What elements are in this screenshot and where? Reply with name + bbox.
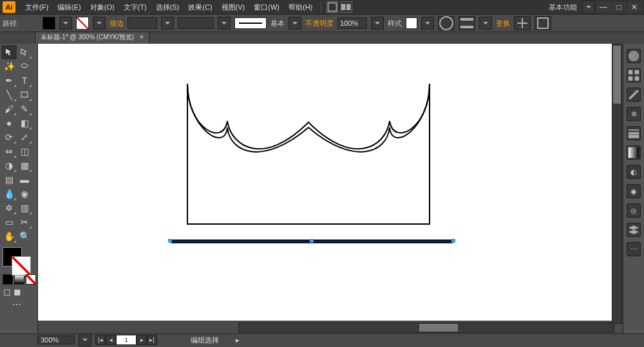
tab-close-icon[interactable]: × bbox=[140, 33, 144, 41]
status-dropdown-icon[interactable]: ▸ bbox=[236, 336, 240, 344]
panel-color-icon[interactable] bbox=[627, 49, 641, 63]
menu-object[interactable]: 对象(O) bbox=[86, 1, 119, 14]
style-swatch[interactable] bbox=[406, 17, 417, 29]
panel-symbols-icon[interactable]: ✲ bbox=[627, 107, 641, 121]
isolate-icon[interactable] bbox=[514, 16, 531, 30]
screen-mode-normal[interactable]: ◻ bbox=[3, 287, 12, 296]
screen-mode-full[interactable]: ◼ bbox=[13, 287, 22, 296]
window-minimize-button[interactable]: — bbox=[596, 2, 611, 12]
vertical-scrollbar[interactable] bbox=[612, 44, 622, 324]
arrange-icon[interactable] bbox=[341, 1, 352, 13]
slice-tool[interactable]: ✂ bbox=[17, 215, 32, 229]
free-transform-tool[interactable]: ◫ bbox=[17, 144, 32, 158]
brush-tool[interactable]: 🖌 bbox=[1, 102, 17, 116]
stroke-swatch[interactable] bbox=[76, 17, 89, 30]
window-maximize-button[interactable]: □ bbox=[612, 2, 626, 12]
stroke-color-icon[interactable] bbox=[12, 256, 31, 276]
rotate-tool[interactable]: ⟳ bbox=[1, 130, 17, 144]
panel-stroke-icon[interactable] bbox=[627, 126, 641, 140]
panel-appearance-icon[interactable]: ◉ bbox=[627, 184, 641, 198]
color-mode-none[interactable] bbox=[26, 274, 36, 285]
opacity-input[interactable]: 100% bbox=[337, 17, 367, 29]
brush-preview[interactable] bbox=[234, 17, 267, 29]
stroke-weight-dropdown-icon[interactable] bbox=[161, 17, 174, 30]
stroke-dropdown-icon[interactable] bbox=[93, 17, 106, 30]
stroke-label[interactable]: 描边 bbox=[109, 19, 124, 28]
artboard[interactable] bbox=[38, 44, 618, 321]
zoom-tool[interactable]: 🔍 bbox=[17, 229, 32, 243]
selection-tool[interactable] bbox=[1, 45, 17, 59]
fill-swatch[interactable] bbox=[43, 17, 55, 30]
blend-tool[interactable]: ◉ bbox=[17, 187, 32, 201]
zoom-dropdown-icon[interactable] bbox=[79, 333, 91, 346]
eraser-tool[interactable]: ◧ bbox=[17, 116, 32, 130]
transform-label[interactable]: 变换 bbox=[496, 19, 510, 28]
first-artboard-button[interactable]: |◂ bbox=[95, 335, 106, 345]
fill-dropdown-icon[interactable] bbox=[59, 17, 72, 30]
menu-effect[interactable]: 效果(C) bbox=[184, 1, 216, 14]
opacity-label[interactable]: 不透明度 bbox=[305, 19, 334, 28]
rectangle-tool[interactable] bbox=[17, 88, 32, 102]
artboard-number-input[interactable]: 1 bbox=[116, 335, 137, 345]
gradient-tool[interactable]: ▬ bbox=[17, 173, 32, 187]
panel-layers-icon[interactable] bbox=[627, 223, 641, 237]
profile-dropdown-icon[interactable] bbox=[218, 17, 231, 30]
menu-type[interactable]: 文字(T) bbox=[119, 1, 151, 14]
lasso-tool[interactable] bbox=[17, 59, 32, 73]
direct-selection-tool[interactable] bbox=[17, 45, 32, 59]
eyedropper-tool[interactable]: 💧 bbox=[1, 187, 17, 201]
panel-swatches-icon[interactable] bbox=[627, 68, 641, 82]
opacity-dropdown-icon[interactable] bbox=[371, 17, 384, 30]
prev-artboard-button[interactable]: ◂ bbox=[106, 335, 116, 345]
panel-graphic-styles-icon[interactable]: ◎ bbox=[627, 203, 641, 218]
width-tool[interactable]: ⇔ bbox=[1, 144, 17, 158]
menu-help[interactable]: 帮助(H) bbox=[284, 1, 317, 14]
recolor-icon[interactable] bbox=[438, 16, 455, 30]
canvas-area[interactable] bbox=[38, 44, 623, 334]
panel-brushes-icon[interactable] bbox=[627, 88, 641, 102]
align-dropdown-icon[interactable] bbox=[479, 17, 492, 30]
panel-gradient-icon[interactable] bbox=[627, 145, 641, 160]
artboard-tool[interactable]: ▭ bbox=[1, 215, 17, 229]
fill-stroke-picker[interactable] bbox=[1, 246, 33, 273]
edit-clip-icon[interactable] bbox=[535, 16, 551, 30]
menu-window[interactable]: 窗口(W) bbox=[249, 1, 284, 14]
hand-tool[interactable]: ✋ bbox=[1, 229, 17, 243]
workspace-dropdown-icon[interactable] bbox=[582, 1, 595, 14]
profile-input[interactable] bbox=[178, 17, 214, 29]
brush-dropdown-icon[interactable] bbox=[289, 17, 301, 30]
color-mode-gradient[interactable] bbox=[14, 274, 24, 285]
graph-tool[interactable]: ▥ bbox=[17, 201, 32, 215]
window-close-button[interactable]: ✕ bbox=[627, 2, 641, 12]
panel-transparency-icon[interactable]: ◐ bbox=[627, 165, 641, 179]
layout-icon[interactable] bbox=[327, 1, 338, 13]
toolbox-options-icon[interactable]: ⋯ bbox=[1, 297, 32, 312]
perspective-tool[interactable]: ▦ bbox=[17, 158, 32, 173]
menu-edit[interactable]: 编辑(E) bbox=[53, 1, 86, 14]
workspace-switcher[interactable]: 基本功能 bbox=[544, 3, 582, 12]
document-tab[interactable]: 未标题-1* @ 300% (CMYK/预览) × bbox=[35, 32, 149, 45]
scale-tool[interactable]: ⤢ bbox=[17, 130, 32, 144]
magic-wand-tool[interactable]: ✨ bbox=[1, 59, 17, 73]
selected-line-object[interactable] bbox=[167, 237, 457, 246]
zoom-input[interactable]: 300% bbox=[37, 335, 75, 344]
horizontal-scroll-thumb[interactable] bbox=[419, 324, 458, 332]
stroke-weight-input[interactable] bbox=[128, 17, 157, 29]
color-mode-solid[interactable] bbox=[3, 274, 13, 285]
align-icon[interactable] bbox=[459, 16, 475, 30]
next-artboard-button[interactable]: ▸ bbox=[137, 335, 147, 345]
blob-brush-tool[interactable]: ● bbox=[1, 116, 17, 130]
style-dropdown-icon[interactable] bbox=[421, 17, 434, 30]
pen-tool[interactable]: ✒ bbox=[1, 73, 17, 88]
horizontal-scrollbar[interactable] bbox=[238, 323, 614, 333]
menu-file[interactable]: 文件(F) bbox=[21, 1, 53, 14]
shape-builder-tool[interactable]: ◑ bbox=[1, 158, 17, 173]
panel-more-icon[interactable]: ⋯ bbox=[627, 242, 641, 256]
symbol-sprayer-tool[interactable]: ✲ bbox=[1, 201, 17, 215]
type-tool[interactable]: T bbox=[17, 73, 32, 88]
mesh-tool[interactable]: ▤ bbox=[1, 173, 17, 187]
vertical-scroll-thumb[interactable] bbox=[613, 46, 621, 104]
menu-view[interactable]: 视图(V) bbox=[217, 1, 250, 14]
menu-select[interactable]: 选择(S) bbox=[151, 1, 184, 14]
last-artboard-button[interactable]: ▸| bbox=[147, 335, 157, 345]
